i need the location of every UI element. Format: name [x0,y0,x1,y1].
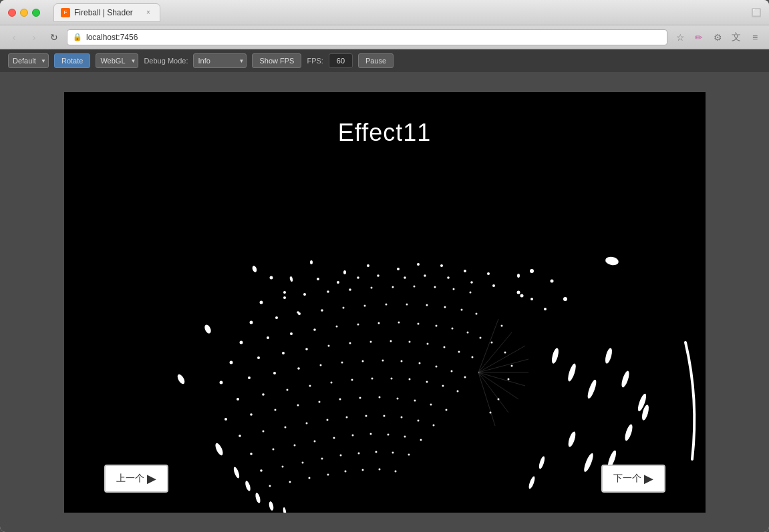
svg-point-119 [420,439,422,441]
debug-select[interactable]: Info [193,53,247,68]
star-button[interactable]: ☆ [673,30,687,45]
debug-select-wrapper: Info [193,53,247,68]
svg-point-21 [434,286,436,288]
svg-point-114 [333,437,335,439]
extensions-icon[interactable]: ⚙ [710,30,725,45]
next-arrow-icon: ▶ [644,471,653,486]
svg-point-70 [400,360,402,362]
svg-point-104 [345,416,347,418]
svg-point-46 [451,327,453,329]
svg-point-29 [363,304,365,306]
title-bar-right: ⬜ [752,8,761,17]
svg-point-25 [275,316,278,319]
svg-point-9 [487,272,490,275]
svg-point-163 [527,475,535,489]
svg-point-37 [267,336,269,339]
svg-point-155 [604,347,613,364]
refresh-button[interactable]: ↻ [47,30,61,45]
default-select[interactable]: Default [8,53,49,68]
svg-point-162 [567,431,577,447]
svg-line-179 [478,359,528,372]
svg-point-50 [257,356,260,359]
svg-point-91 [318,401,320,403]
svg-point-12 [176,373,186,385]
browser-tab[interactable]: F Fireball | Shader × [53,3,160,22]
svg-point-76 [262,393,265,396]
webgl-select[interactable]: WebGL [96,53,138,68]
canvas-container: Effect11 [0,72,769,532]
svg-point-135 [378,468,380,470]
svg-point-30 [385,303,387,305]
pause-button[interactable]: Pause [358,53,394,68]
url-text: localhost:7456 [86,33,138,42]
browser-window: F Fireball | Shader × ⬜ ‹ › ↻ 🔒 localhos… [0,0,769,532]
svg-point-33 [444,306,446,308]
show-fps-button[interactable]: Show FPS [252,53,301,68]
svg-point-69 [381,359,383,361]
close-button[interactable] [8,9,16,17]
svg-point-10 [517,274,520,278]
svg-point-168 [255,492,261,503]
svg-point-36 [239,340,243,344]
tab-area: F Fireball | Shader × [53,3,746,22]
canvas-area: Effect11 [64,92,706,513]
svg-point-152 [551,347,560,364]
pencil-icon[interactable]: ✏ [691,30,706,45]
prev-button[interactable]: 上一个 ▶ [104,465,168,493]
svg-point-107 [400,416,402,418]
svg-point-134 [361,469,363,471]
rotate-button[interactable]: Rotate [54,53,90,68]
svg-point-65 [297,367,300,370]
svg-point-122 [301,461,303,463]
svg-point-28 [342,306,344,308]
svg-point-15 [303,293,306,296]
svg-point-3 [343,270,346,274]
svg-point-98 [445,409,447,411]
svg-point-53 [327,344,329,346]
webgl-select-wrapper: WebGL [96,53,138,68]
svg-point-61 [471,356,473,358]
svg-point-84 [426,380,428,382]
svg-point-174 [563,297,567,301]
svg-point-27 [321,309,323,312]
svg-point-106 [383,415,385,417]
svg-point-124 [339,454,341,456]
next-button[interactable]: 下一个 ▶ [601,465,665,493]
svg-point-139 [297,311,299,314]
svg-point-90 [297,404,299,406]
svg-point-171 [605,256,619,266]
back-button[interactable]: ‹ [7,30,21,45]
svg-point-185 [490,341,492,343]
svg-point-78 [309,384,311,386]
svg-point-102 [305,422,307,424]
translate-icon[interactable]: 文 [729,30,744,45]
svg-point-97 [430,403,432,405]
svg-point-35 [475,312,477,314]
svg-point-43 [398,321,400,323]
forward-button[interactable]: › [27,30,41,45]
svg-point-142 [357,276,359,279]
address-input[interactable]: 🔒 localhost:7456 [67,29,667,45]
svg-point-94 [378,396,380,398]
svg-point-83 [408,378,410,380]
svg-point-151 [544,308,547,310]
maximize-button[interactable] [32,9,40,17]
svg-point-101 [284,426,286,428]
svg-point-75 [237,398,239,401]
svg-point-8 [464,270,466,272]
svg-point-144 [404,276,406,279]
svg-point-154 [586,378,598,399]
svg-point-145 [424,274,426,277]
svg-point-87 [224,418,227,421]
window-ctrl[interactable]: ⬜ [752,8,761,17]
svg-point-7 [440,264,443,267]
tab-close-button[interactable]: × [144,8,153,17]
minimize-button[interactable] [20,9,28,17]
svg-point-63 [248,376,251,379]
address-bar-row: ‹ › ↻ 🔒 localhost:7456 ☆ ✏ ⚙ 文 ≡ [0,25,769,49]
svg-point-143 [377,274,379,277]
menu-button[interactable]: ≡ [748,30,762,45]
svg-line-182 [478,372,518,399]
fps-label: FPS: [307,57,323,65]
svg-point-80 [351,378,353,380]
